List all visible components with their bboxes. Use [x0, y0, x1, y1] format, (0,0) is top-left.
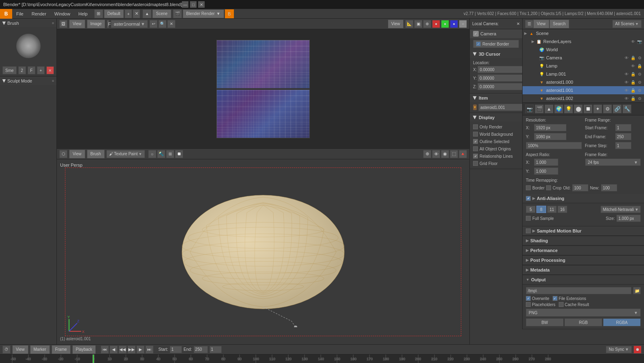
iv-ctrl1[interactable]: ↩: [149, 20, 158, 28]
outliner-item-lamp001[interactable]: 💡 Lamp.001 👁 🔒 ⚙: [523, 70, 644, 78]
overwrite-check[interactable]: ✓: [526, 296, 531, 301]
vp-view[interactable]: View: [69, 150, 85, 159]
vp-ri4[interactable]: ⬚: [450, 150, 458, 158]
pp-header[interactable]: ▶ Post Processing: [523, 256, 644, 265]
play-end[interactable]: ⏭: [145, 346, 153, 354]
display-header[interactable]: ▶ Display: [470, 113, 522, 122]
iv-r5[interactable]: ●: [441, 20, 449, 28]
play-start[interactable]: ⏮: [101, 346, 109, 354]
smb-header[interactable]: ▶ Sampled Motion Blur: [523, 226, 644, 236]
play-next[interactable]: ▶: [136, 346, 145, 354]
sync-select[interactable]: No Sync ▼: [606, 346, 632, 353]
props-close[interactable]: ✕: [516, 22, 520, 26]
render-tab-world[interactable]: 🌍: [554, 104, 563, 113]
all-origins-check[interactable]: [473, 146, 478, 151]
vp-tool4[interactable]: 🔲: [175, 150, 183, 158]
fr-end-input[interactable]: [615, 133, 631, 140]
iv-filename[interactable]: aster1normal ▼: [111, 20, 148, 28]
vp-ri3[interactable]: ◉: [441, 150, 449, 158]
iv-ctrl2[interactable]: 🔍: [158, 20, 166, 28]
rel-lines-check[interactable]: ✓: [473, 154, 478, 159]
add-button[interactable]: +: [37, 66, 45, 74]
render-tab-scene[interactable]: ▲: [545, 104, 553, 113]
remove-button[interactable]: ✕: [46, 66, 54, 74]
item-name-input[interactable]: [478, 104, 522, 111]
output-path-browse[interactable]: 📁: [633, 287, 641, 294]
old-input[interactable]: [572, 184, 588, 191]
scene-name[interactable]: Scene: [152, 9, 171, 18]
outline-selected-check[interactable]: ✓: [473, 139, 478, 144]
meta-header[interactable]: ▶ Metadata: [523, 265, 644, 275]
iv-view[interactable]: View: [69, 20, 85, 28]
outliner-item-world[interactable]: 🌍 World: [523, 46, 644, 54]
tl-view[interactable]: View: [12, 345, 28, 354]
vp-tool2[interactable]: 🔦: [157, 150, 165, 158]
bw-btn[interactable]: BW: [526, 318, 564, 326]
fileext-check[interactable]: ✓: [553, 296, 558, 301]
aa-5[interactable]: 5: [526, 206, 536, 213]
vp-mode-select[interactable]: 🖌 Texture Paint ▼: [106, 150, 145, 158]
render-tab-modifiers[interactable]: 🔧: [622, 104, 631, 113]
vp-brush[interactable]: Brush: [87, 150, 105, 159]
res-pct-input[interactable]: [526, 142, 582, 149]
fr-start-input[interactable]: [615, 124, 631, 131]
grid-floor-check[interactable]: [473, 161, 478, 166]
iv-view-btn[interactable]: View: [388, 20, 404, 28]
tl-marker[interactable]: Marker: [30, 345, 50, 354]
item-header[interactable]: ▶ Item: [470, 93, 522, 102]
timeline-ruler[interactable]: -50 -40 -30 -20 -10 0 10 20 30 40 50 60 …: [0, 354, 644, 363]
menu-help[interactable]: Help: [74, 9, 92, 18]
vp-tool1[interactable]: ☼: [148, 150, 156, 158]
play-back[interactable]: ◀◀: [119, 346, 127, 354]
outliner-search[interactable]: Search: [549, 20, 570, 28]
crop-check[interactable]: [546, 185, 551, 190]
perf-header[interactable]: ▶ Performance: [523, 246, 644, 255]
camera-header[interactable]: ✓ Camera: [470, 29, 522, 38]
iv-r4[interactable]: ●: [432, 20, 440, 28]
outliner-item-ast002[interactable]: ▼ asteroid1.002 👁 🔒 ⚙: [523, 94, 644, 102]
render-tab-particles[interactable]: ✦: [593, 104, 602, 113]
render-tab-constraints[interactable]: 🔗: [613, 104, 622, 113]
iv-image[interactable]: Image: [87, 20, 106, 28]
vp-ri2[interactable]: 👁: [432, 150, 440, 158]
menu-file[interactable]: File: [12, 9, 28, 18]
outliner-item-camera[interactable]: 📷 Camera 👁 🔒 ⚙: [523, 54, 644, 62]
iv-r6[interactable]: ●: [450, 20, 458, 28]
cursor-y-input[interactable]: [478, 74, 522, 82]
vp-tool3[interactable]: ⊞: [166, 150, 174, 158]
aa-filter-select[interactable]: Mitchell-Netravali ▼: [601, 206, 641, 213]
vp-ri5[interactable]: 🔺: [459, 150, 467, 158]
aa-16[interactable]: 16: [558, 206, 567, 213]
menu-render[interactable]: Render: [28, 9, 50, 18]
cache-check[interactable]: [559, 302, 564, 307]
maximize-button[interactable]: □: [190, 1, 197, 8]
vp-ri1[interactable]: ⊕: [423, 150, 431, 158]
iv-r3[interactable]: ⊕: [423, 20, 431, 28]
cursor-z-input[interactable]: [478, 83, 522, 90]
res-x-input[interactable]: [534, 124, 566, 131]
smb-checkbox[interactable]: [526, 228, 531, 233]
aspect-y-input[interactable]: [534, 167, 558, 175]
iv-f-btn[interactable]: F: [107, 20, 109, 28]
output-header[interactable]: ▼ Output: [523, 275, 644, 285]
iv-r7[interactable]: ○: [459, 20, 467, 28]
record-btn[interactable]: ⏺: [633, 346, 642, 354]
output-path-input[interactable]: [526, 287, 631, 294]
placeholders-check[interactable]: [526, 302, 531, 307]
render-tab-render[interactable]: 🎬: [535, 104, 544, 113]
tl-playback[interactable]: Playback: [72, 345, 96, 354]
minimize-button[interactable]: —: [182, 1, 188, 8]
menu-window[interactable]: Window: [50, 9, 74, 18]
rgb-btn[interactable]: RGB: [564, 318, 602, 326]
end-frame-input[interactable]: [194, 346, 208, 353]
f-button[interactable]: F: [28, 66, 35, 74]
num2-button[interactable]: 2: [18, 66, 26, 74]
outliner-item-renderlayers[interactable]: ▶ 📋 RenderLayers 👁 📷: [523, 37, 644, 46]
start-frame-input[interactable]: [170, 346, 182, 353]
aa-11[interactable]: 11: [547, 206, 557, 213]
aspect-x-input[interactable]: [534, 159, 558, 166]
aa-checkbox[interactable]: ✓: [526, 196, 531, 201]
size-input[interactable]: [616, 215, 641, 222]
workspace-remove[interactable]: ✕: [133, 9, 140, 18]
format-select[interactable]: PNG ▼: [526, 309, 641, 317]
